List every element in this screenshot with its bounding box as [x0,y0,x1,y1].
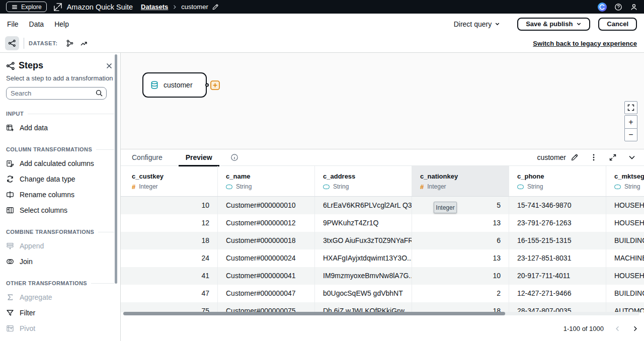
column-name: c_custkey [132,173,209,180]
section-header-combine-transformations: COMBINE TRANSFORMATIONS [6,229,114,235]
column-header-c_name[interactable]: c_nameString [218,166,315,196]
kebab-menu-icon[interactable] [590,153,598,161]
sidebar-item-rename-columns[interactable]: Rename columns [6,187,114,202]
section-header-other-transformations: OTHER TRANSFORMATIONS [6,280,114,286]
calc-columns-icon [6,159,14,167]
cell-c_mktsegment: BUILDING [606,285,644,302]
node-output-connector[interactable] [205,83,209,87]
sidebar-scrollbar[interactable] [115,54,117,284]
cell-c_mktsegment: HOUSEHOLD [606,197,644,214]
column-name: c_name [226,173,306,180]
assistant-icon[interactable] [598,3,607,12]
dataset-node-customer[interactable]: customer [142,72,207,98]
user-icon[interactable] [630,3,638,11]
legacy-experience-link[interactable]: Switch back to legacy experience [533,40,639,47]
breadcrumb: Datasets customer [141,3,219,11]
cell-c_phone: 15-741-346-9870 [509,197,606,214]
expand-panel-icon[interactable] [609,153,617,161]
cell-c_address: HXAFgIAyjxtdqwimt13Y3O... [315,249,412,267]
column-header-c_address[interactable]: c_addressString [315,166,412,196]
sidebar-item-pivot: Pivot [6,320,114,336]
save-publish-button[interactable]: Save & publish [517,18,590,31]
string-type-icon [517,185,524,189]
tab-configure[interactable]: Configure [125,149,170,166]
sidebar-item-add-data[interactable]: Add data [6,120,114,135]
add-step-icon[interactable] [210,80,220,90]
column-type: String [517,183,598,190]
branch-icon [66,39,74,47]
steps-view-button[interactable] [5,36,19,50]
rename-dataset-icon[interactable] [212,4,219,11]
chevron-down-icon [495,21,500,27]
info-icon[interactable] [230,153,238,161]
cell-c_mktsegment: AUTOMOBILE [606,302,644,312]
sidebar-item-unpivot: Unpivot [6,336,114,341]
table-row: 75Customer#000000075Dh 6jZ wJWLKOfPKkiGr… [121,302,644,312]
cancel-button[interactable]: Cancel [598,18,637,31]
sidebar-item-change-data-type[interactable]: Change data type [6,171,114,187]
cell-c_name: Customer#000000041 [218,267,315,285]
scrollbar-thumb[interactable] [123,312,505,315]
cell-c_custkey: 75 [121,302,218,312]
menu-help[interactable]: Help [54,20,69,28]
menu-file[interactable]: File [7,20,19,28]
explore-button[interactable]: Explore [6,2,47,12]
flow-canvas[interactable]: customer + − [121,53,644,149]
database-icon [150,80,159,90]
cell-c_custkey: 18 [121,232,218,249]
column-header-c_mktsegment[interactable]: c_mktsegmentString [606,166,644,196]
menu-data[interactable]: Data [29,20,44,28]
section-header-column-transformations: COLUMN TRANSFORMATIONS [6,146,114,152]
table-row: 47Customer#000000047b0UgocSqEW5 gdVbhNT2… [121,285,644,302]
workspace: customer + − Configure Pre [121,53,644,341]
close-sidebar-icon[interactable] [105,62,113,70]
sidebar-item-filter[interactable]: Filter [6,305,114,320]
table-row: 24Customer#000000024HXAFgIAyjxtdqwimt13Y… [121,249,644,267]
table-header-row: c_custkey#Integerc_nameStringc_addressSt… [121,166,644,197]
sidebar-item-add-calculated-columns[interactable]: Add calculated columns [6,155,114,171]
schema-view-button[interactable] [63,36,77,50]
column-header-c_nationkey[interactable]: c_nationkey#Integer [412,166,509,196]
tab-preview-label: Preview [186,153,212,161]
sidebar-item-aggregate: Aggregate [6,289,114,305]
zoom-out-button[interactable]: − [624,128,637,141]
cell-c_custkey: 10 [121,197,218,214]
edit-name-icon[interactable] [571,153,579,161]
cell-c_phone: 23-127-851-8031 [509,249,606,267]
cell-c_address: 6LrEaV6KR6PLVcgl2ArL Q3... [315,197,412,214]
cell-c_address: 3txGO AiuFux3zT0Z9NYaFR... [315,232,412,249]
sidebar-item-select-columns[interactable]: Select columns [6,202,114,218]
help-icon[interactable] [614,3,622,11]
cell-c_nationkey: 2 [412,285,509,302]
cell-c_mktsegment: HOUSEHOLD [606,214,644,232]
preview-tabs-row: Configure Preview customer [121,149,644,166]
tab-preview[interactable]: Preview [179,149,219,166]
direct-query-button[interactable]: Direct query [454,20,500,28]
column-type: String [323,183,404,190]
fit-view-button[interactable] [624,101,637,114]
table-row: 18Customer#0000000183txGO AiuFux3zT0Z9NY… [121,232,644,249]
direct-query-label: Direct query [454,20,492,28]
sidebar-item-join[interactable]: Join [6,253,114,269]
drag-ghost-type-chip: Integer [434,202,457,213]
cell-c_custkey: 47 [121,285,218,302]
search-input[interactable] [6,87,107,100]
fit-screen-icon [627,104,635,112]
next-page-icon[interactable] [631,325,639,332]
preview-panel: Configure Preview customer c_cust [121,149,644,341]
flow-view-button[interactable] [77,36,91,50]
collapse-panel-icon[interactable] [628,153,636,161]
horizontal-scrollbar[interactable] [123,312,639,315]
column-header-c_custkey[interactable]: c_custkey#Integer [121,166,218,196]
explore-label: Explore [21,4,42,11]
breadcrumb-datasets-link[interactable]: Datasets [141,3,168,11]
table-body: 10Customer#0000000106LrEaV6KR6PLVcgl2ArL… [121,197,644,312]
cell-c_phone: 23-791-276-1263 [509,214,606,232]
column-name: c_address [323,173,404,180]
cell-c_address: IM9mzmyoxeBmvNw8lA7G... [315,267,412,285]
cell-c_name: Customer#000000024 [218,249,315,267]
zoom-in-button[interactable]: + [624,115,637,128]
column-header-c_phone[interactable]: c_phoneString [509,166,606,196]
prev-page-icon[interactable] [614,325,621,332]
select-columns-icon [6,206,14,214]
